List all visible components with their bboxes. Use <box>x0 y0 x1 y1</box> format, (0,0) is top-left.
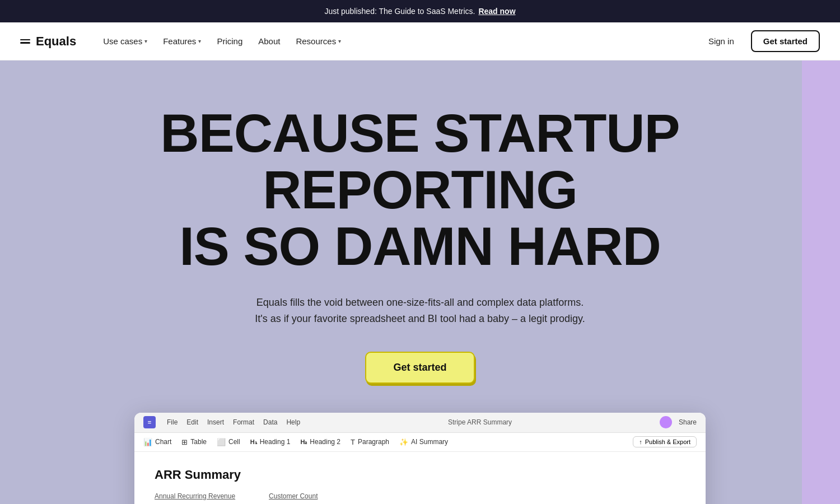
app-preview: = File Edit Insert Format Data Help Stri… <box>134 413 706 504</box>
nav-right: Sign in Get started <box>701 30 820 52</box>
logo-icon <box>20 39 30 44</box>
nav-link-features[interactable]: Features ▾ <box>156 32 208 50</box>
toolbar-heading1[interactable]: H₁ Heading 1 <box>250 438 291 446</box>
app-bar-right: Share <box>660 416 697 428</box>
app-content: ARR Summary Annual Recurring Revenue $3,… <box>134 452 706 504</box>
logo[interactable]: Equals <box>20 34 76 49</box>
nav-link-use-cases[interactable]: Use cases ▾ <box>96 32 154 50</box>
app-document-title: Stripe ARR Summary <box>311 418 648 426</box>
toolbar-cell[interactable]: ⬜ Cell <box>217 438 240 446</box>
publish-export-button[interactable]: ↑ Publish & Export <box>633 436 697 447</box>
customer-metric: Customer Count 152 ▲40.7% YoY <box>269 492 318 504</box>
app-menu: File Edit Insert Format Data Help <box>167 418 300 426</box>
menu-file[interactable]: File <box>167 418 178 426</box>
app-bar: = File Edit Insert Format Data Help Stri… <box>134 413 706 433</box>
arr-metric: Annual Recurring Revenue $3,043,986 ▲109… <box>155 492 235 504</box>
heading1-icon: H₁ <box>250 438 257 446</box>
toolbar-chart[interactable]: 📊 Chart <box>143 438 171 446</box>
navigation: Equals Use cases ▾ Features ▾ Pricing Ab… <box>0 22 840 60</box>
ai-icon: ✨ <box>399 438 408 446</box>
nav-link-about[interactable]: About <box>251 32 287 50</box>
sign-in-button[interactable]: Sign in <box>701 32 742 50</box>
get-started-hero-button[interactable]: Get started <box>365 352 474 384</box>
table-icon: ⊞ <box>181 438 188 446</box>
app-toolbar: 📊 Chart ⊞ Table ⬜ Cell H₁ Heading 1 H₂ H… <box>134 433 706 452</box>
toolbar-paragraph[interactable]: T Paragraph <box>351 438 389 446</box>
logo-text: Equals <box>36 34 76 49</box>
toolbar-table[interactable]: ⊞ Table <box>181 438 207 446</box>
menu-format[interactable]: Format <box>233 418 254 426</box>
hero-section: BECAUSE STARTUP REPORTING IS SO DAMN HAR… <box>0 60 840 504</box>
heading2-icon: H₂ <box>300 438 307 446</box>
arr-metrics: Annual Recurring Revenue $3,043,986 ▲109… <box>155 492 685 504</box>
menu-data[interactable]: Data <box>263 418 277 426</box>
announcement-text: Just published: The Guide to SaaS Metric… <box>324 7 475 16</box>
toolbar-heading2[interactable]: H₂ Heading 2 <box>300 438 340 446</box>
menu-insert[interactable]: Insert <box>207 418 224 426</box>
strip-purple <box>802 60 840 504</box>
get-started-nav-button[interactable]: Get started <box>751 30 820 52</box>
user-avatar <box>660 416 672 428</box>
chevron-down-icon: ▾ <box>144 38 147 44</box>
side-strips-right <box>802 60 840 504</box>
arr-summary-title: ARR Summary <box>155 468 685 482</box>
chevron-down-icon: ▾ <box>198 38 201 44</box>
nav-link-pricing[interactable]: Pricing <box>210 32 249 50</box>
toolbar-ai-summary[interactable]: ✨ AI Summary <box>399 438 448 446</box>
chevron-down-icon: ▾ <box>338 38 341 44</box>
publish-icon: ↑ <box>639 438 642 445</box>
hero-title: BECAUSE STARTUP REPORTING IS SO DAMN HAR… <box>112 105 728 274</box>
share-button[interactable]: Share <box>679 418 697 426</box>
nav-links: Use cases ▾ Features ▾ Pricing About Res… <box>96 32 348 50</box>
nav-left: Equals Use cases ▾ Features ▾ Pricing Ab… <box>20 32 348 50</box>
paragraph-icon: T <box>351 438 355 446</box>
announcement-bar: Just published: The Guide to SaaS Metric… <box>0 0 840 22</box>
chart-icon: 📊 <box>143 438 152 446</box>
nav-link-resources[interactable]: Resources ▾ <box>289 32 348 50</box>
announcement-link[interactable]: Read now <box>478 7 515 16</box>
menu-help[interactable]: Help <box>286 418 300 426</box>
hero-subtitle: Equals fills the void between one-size-f… <box>255 295 585 327</box>
app-logo: = <box>143 416 156 428</box>
customer-label: Customer Count <box>269 492 318 500</box>
arr-label: Annual Recurring Revenue <box>155 492 235 500</box>
menu-edit[interactable]: Edit <box>186 418 198 426</box>
cell-icon: ⬜ <box>217 438 226 446</box>
